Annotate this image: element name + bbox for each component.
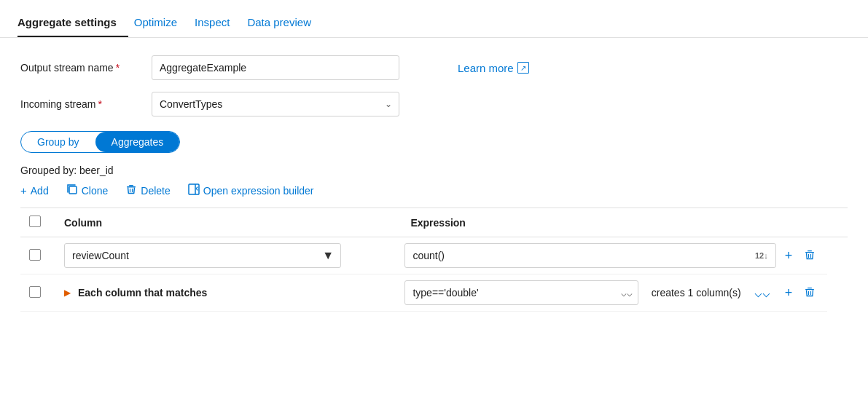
row1-expression-cell: 12↓ + [396,237,827,274]
match-input-wrapper: ⌵⌵ [404,280,638,305]
aggregate-table: Column Expression reviewCount [20,208,848,312]
expression-builder-label: Open expression builder [203,185,314,197]
clone-button[interactable]: Clone [66,183,109,197]
incoming-stream-row: Incoming stream* ConvertTypes ⌄ [20,92,848,116]
match-delete-button[interactable] [801,285,818,301]
svg-rect-0 [69,186,77,194]
row1-expression-wrapper: 12↓ [404,243,775,268]
row1-actions: + [776,248,819,264]
incoming-required-star: * [98,98,101,110]
add-icon: + [20,184,27,197]
grouped-by-text: Grouped by: beer_id [20,165,848,176]
row1-delete-button[interactable] [801,248,818,264]
match-input[interactable] [404,280,638,305]
add-button[interactable]: + Add [20,184,49,197]
match-add-button[interactable]: + [782,285,796,301]
main-container: Aggregate settings Optimize Inspect Data… [0,0,868,415]
row1-checkbox-cell [20,237,55,274]
tab-data-preview[interactable]: Data preview [247,7,323,37]
delete-button[interactable]: Delete [125,183,170,197]
table-row: reviewCount ▼ 12↓ + [20,237,848,274]
learn-more-label: Learn more [458,62,514,74]
match-expand-down-icon[interactable]: ⌵⌵ [754,285,770,301]
delete-icon [125,183,137,197]
tab-inspect[interactable]: Inspect [195,7,241,37]
row1-column-select[interactable]: reviewCount [64,243,341,268]
external-link-icon [517,62,529,74]
row1-column-cell: reviewCount ▼ [55,237,396,274]
expression-builder-icon [188,183,200,197]
row1-expression-input[interactable] [404,243,775,268]
match-input-dropdown-icon: ⌵⌵ [621,288,633,299]
svg-rect-11 [808,288,812,288]
clone-label: Clone [82,185,109,197]
output-stream-input[interactable] [152,55,399,80]
add-label: Add [31,185,49,197]
match-row: ▶ Each column that matches ⌵⌵ creates 1 … [20,274,848,312]
output-required-star: * [116,62,120,74]
row1-expression-icon: 12↓ [753,250,770,261]
header-checkbox[interactable] [29,216,41,227]
svg-rect-10 [805,289,814,290]
svg-rect-2 [129,185,133,186]
svg-rect-1 [127,186,136,188]
match-row-actions: + [776,285,819,301]
row1-add-button[interactable]: + [782,248,796,264]
tab-aggregate-settings[interactable]: Aggregate settings [17,7,128,37]
main-content: Output stream name* Learn more Incoming … [0,38,868,415]
incoming-stream-select[interactable]: ConvertTypes [152,92,399,116]
header-checkbox-col [20,208,55,237]
output-stream-label: Output stream name* [20,62,152,74]
match-checkbox-cell [20,274,55,312]
creates-text: creates 1 column(s) [644,287,748,299]
match-column-cell: ▶ Each column that matches [55,274,396,312]
each-column-text: Each column that matches [78,287,207,299]
match-checkbox[interactable] [29,286,41,298]
table-header-row: Column Expression [20,208,848,237]
learn-more-link[interactable]: Learn more [458,62,529,74]
toolbar: + Add Clone [20,183,848,197]
toggle-group: Group by Aggregates [20,131,180,153]
svg-rect-5 [189,184,199,194]
aggregates-toggle[interactable]: Aggregates [95,132,180,152]
header-column: Column [55,208,396,237]
group-by-toggle[interactable]: Group by [21,132,95,152]
incoming-stream-select-wrapper: ConvertTypes ⌄ [152,92,399,116]
match-expand-arrow-icon[interactable]: ▶ [64,288,71,298]
svg-rect-6 [805,252,814,253]
svg-rect-7 [808,250,812,251]
header-actions-col [827,208,848,237]
output-stream-row: Output stream name* Learn more [20,55,848,80]
expression-builder-button[interactable]: Open expression builder [188,183,314,197]
incoming-stream-label: Incoming stream* [20,98,152,110]
tab-optimize[interactable]: Optimize [134,7,189,37]
row1-checkbox[interactable] [29,249,41,261]
tab-bar: Aggregate settings Optimize Inspect Data… [0,0,868,38]
delete-label: Delete [141,185,170,197]
clone-icon [66,183,78,197]
row1-column-select-wrapper: reviewCount ▼ [64,243,341,268]
header-expression: Expression [396,208,827,237]
match-expression-cell: ⌵⌵ creates 1 column(s) ⌵⌵ + [396,274,827,312]
